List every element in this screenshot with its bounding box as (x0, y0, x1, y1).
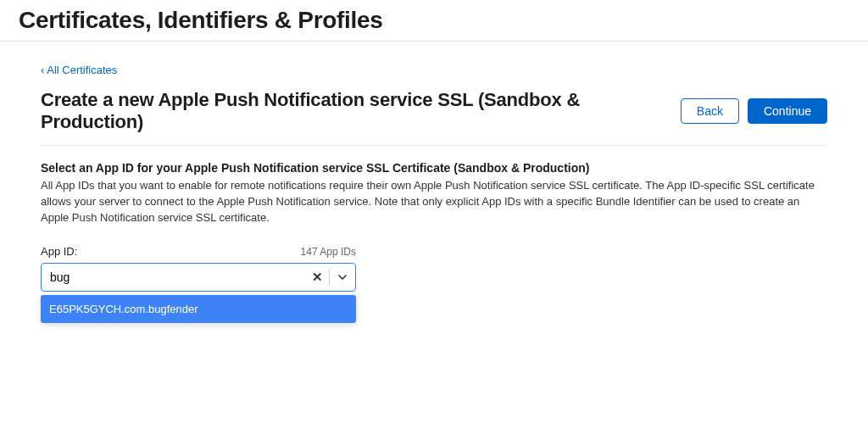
close-icon: ✕ (312, 270, 323, 285)
back-to-certificates-link[interactable]: ‹ All Certificates (41, 64, 117, 76)
app-id-input[interactable] (42, 270, 305, 284)
app-id-count: 147 App IDs (301, 246, 356, 258)
dropdown-toggle[interactable] (330, 272, 355, 282)
action-buttons: Back Continue (681, 98, 827, 124)
content-area: ‹ All Certificates Create a new Apple Pu… (0, 42, 868, 292)
page-title: Create a new Apple Push Notification ser… (41, 89, 681, 133)
page-main-title: Certificates, Identifiers & Profiles (19, 7, 849, 34)
page-header: Certificates, Identifiers & Profiles (0, 0, 868, 42)
app-id-dropdown: E65PK5GYCH.com.bugfender (41, 295, 356, 323)
app-id-label-row: App ID: 147 App IDs (41, 245, 356, 258)
clear-button[interactable]: ✕ (305, 270, 329, 285)
app-id-combobox[interactable]: ✕ (41, 263, 356, 292)
title-row: Create a new Apple Push Notification ser… (41, 89, 827, 146)
continue-button[interactable]: Continue (748, 98, 827, 124)
breadcrumb: ‹ All Certificates (41, 62, 827, 77)
chevron-down-icon (337, 272, 348, 282)
section-description: All App IDs that you want to enable for … (41, 178, 827, 226)
back-button[interactable]: Back (681, 98, 739, 124)
app-id-combobox-wrapper: ✕ E65PK5GYCH.com.bugfender (41, 263, 356, 292)
dropdown-option[interactable]: E65PK5GYCH.com.bugfender (41, 295, 356, 323)
section: Select an App ID for your Apple Push Not… (41, 161, 827, 292)
section-heading: Select an App ID for your Apple Push Not… (41, 161, 827, 175)
app-id-label: App ID: (41, 245, 77, 258)
